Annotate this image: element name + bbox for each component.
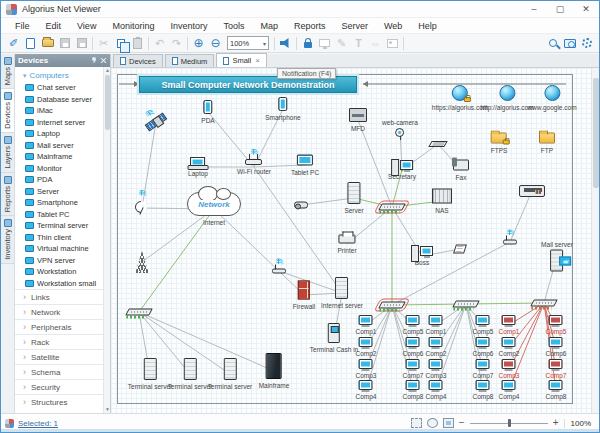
tree-item-smartphone[interactable]: Smartphone — [15, 197, 110, 209]
node-g2[interactable]: http://algorius.com — [480, 85, 533, 111]
tree-item-mail-server[interactable]: Mail server — [15, 140, 110, 152]
node-c26[interactable]: Comp6 — [473, 337, 494, 357]
menu-view[interactable]: View — [69, 18, 104, 34]
node-nas[interactable]: NAS — [432, 189, 452, 214]
node-doc[interactable] — [455, 245, 466, 254]
pin-icon[interactable] — [91, 57, 97, 63]
node-server[interactable]: Server — [344, 182, 363, 214]
tree-item-imac[interactable]: iMac — [15, 105, 110, 117]
center-view-icon[interactable] — [427, 418, 438, 428]
node-pda[interactable]: PDA — [201, 100, 214, 124]
sidebar-tab-reports[interactable]: Reports — [1, 173, 14, 216]
node-c37[interactable]: Comp7 — [546, 359, 567, 379]
node-sw2[interactable] — [454, 301, 478, 308]
canvas-scroll-thumb[interactable] — [593, 78, 599, 188]
tree-item-terminal-server[interactable]: Terminal server — [15, 220, 110, 232]
node-c11[interactable]: Comp1 — [356, 315, 377, 335]
tab-small[interactable]: Small — [216, 53, 266, 67]
node-mfd[interactable]: MFD — [349, 108, 367, 132]
sidebar-tab-maps[interactable]: Maps — [1, 54, 14, 89]
node-cash[interactable]: Terminal Cash in — [310, 323, 358, 353]
node-printer[interactable]: Printer — [337, 235, 356, 254]
node-c13[interactable]: Comp3 — [356, 359, 377, 379]
node-c25[interactable]: Comp5 — [473, 315, 494, 335]
node-tower[interactable] — [134, 251, 150, 273]
menu-help[interactable]: Help — [410, 18, 445, 34]
text-tool-icon[interactable] — [350, 35, 367, 51]
selected-count[interactable]: Selected: 1 — [18, 419, 58, 428]
menu-server[interactable]: Server — [334, 18, 377, 34]
node-ap1[interactable] — [272, 269, 286, 274]
node-c24[interactable]: Comp4 — [426, 380, 447, 400]
fit-to-window-icon[interactable] — [411, 418, 422, 428]
tree-item-laptop[interactable]: Laptop — [15, 128, 110, 140]
menu-reports[interactable]: Reports — [286, 18, 334, 34]
tab-medium[interactable]: Medium — [165, 54, 215, 67]
node-sat[interactable] — [145, 118, 167, 126]
node-phone[interactable]: Smartphone — [265, 97, 300, 121]
monitoring-view-icon[interactable] — [316, 35, 333, 51]
node-c31[interactable]: Comp1 — [499, 315, 520, 335]
node-c12[interactable]: Comp2 — [356, 337, 377, 357]
tab-devices[interactable]: Devices — [113, 54, 163, 67]
node-sw1[interactable] — [380, 302, 404, 309]
node-g3[interactable]: www.google.com — [527, 85, 576, 111]
paste-icon[interactable] — [129, 35, 146, 51]
edit-icon[interactable] — [333, 35, 350, 51]
tree-item-workstation-small[interactable]: Workstation small — [15, 278, 110, 290]
node-c33[interactable]: Comp3 — [499, 359, 520, 379]
tree-item-internet-server[interactable]: Internet server — [15, 117, 110, 129]
settings-gear-icon[interactable] — [578, 35, 595, 51]
zoom-slider[interactable] — [470, 418, 548, 428]
menu-monitoring[interactable]: Monitoring — [104, 18, 162, 34]
node-mf[interactable]: Mainframe — [259, 353, 290, 389]
zoom-out-icon[interactable] — [207, 35, 224, 51]
node-f2[interactable]: FTP — [539, 133, 555, 154]
node-mail[interactable]: Mail server — [541, 241, 573, 272]
save-icon[interactable] — [56, 35, 73, 51]
undo-icon[interactable] — [151, 35, 168, 51]
node-c36[interactable]: Comp6 — [546, 337, 567, 357]
node-c16[interactable]: Comp6 — [403, 337, 424, 357]
zoom-minus-icon[interactable]: − — [459, 418, 465, 428]
tree-item-virtual-machine[interactable]: Virtual machine — [15, 243, 110, 255]
sidebar-tab-devices[interactable]: Devices — [1, 89, 14, 133]
node-sec[interactable]: Secretary — [388, 160, 416, 180]
open-icon[interactable] — [39, 35, 56, 51]
tree-group-links[interactable]: Links — [15, 289, 110, 304]
tree-group-peripherals[interactable]: Peripherals — [15, 319, 110, 334]
node-c35[interactable]: Comp5 — [546, 315, 567, 335]
menu-web[interactable]: Web — [376, 18, 410, 34]
node-proj[interactable] — [294, 202, 308, 209]
node-ts3[interactable]: Terminal server — [208, 358, 252, 390]
search-icon[interactable] — [544, 35, 561, 51]
zoom-slider-thumb[interactable] — [508, 419, 511, 427]
node-f1[interactable]: FTPS — [491, 133, 508, 154]
node-c28[interactable]: Comp8 — [473, 380, 494, 400]
node-c34[interactable]: Comp4 — [499, 380, 520, 400]
tree-group-schema[interactable]: Schema — [15, 364, 110, 379]
notification-icon[interactable] — [277, 35, 294, 51]
node-scan[interactable] — [430, 141, 446, 147]
panel-scrollbar[interactable]: ▲ ▼ — [103, 67, 110, 413]
tree-group-rack[interactable]: Rack — [15, 334, 110, 349]
redo-icon[interactable] — [168, 35, 185, 51]
panel-close-icon[interactable] — [100, 57, 107, 64]
node-swL[interactable] — [127, 309, 151, 316]
menu-tools[interactable]: Tools — [215, 18, 252, 34]
wizard-icon[interactable] — [5, 35, 22, 51]
copy-icon[interactable] — [112, 35, 129, 51]
zoom-combo[interactable]: 100%▾ — [227, 36, 269, 50]
tree-group-satellite[interactable]: Satellite — [15, 349, 110, 364]
node-tablet[interactable]: Tablet PC — [291, 155, 319, 176]
node-c21[interactable]: Comp1 — [426, 315, 447, 335]
node-ap2[interactable] — [503, 240, 517, 245]
tree-item-pda[interactable]: PDA — [15, 174, 110, 186]
tree-group-computers[interactable]: Computers — [15, 69, 110, 82]
full-screen-icon[interactable] — [443, 418, 454, 428]
sidebar-tab-layers[interactable]: Layers — [1, 133, 14, 173]
tree-item-server[interactable]: Server — [15, 186, 110, 198]
tree-item-thin-client[interactable]: Thin client — [15, 232, 110, 244]
scroll-down-icon[interactable]: ▼ — [104, 406, 111, 413]
scroll-up-icon[interactable]: ▲ — [104, 67, 111, 74]
